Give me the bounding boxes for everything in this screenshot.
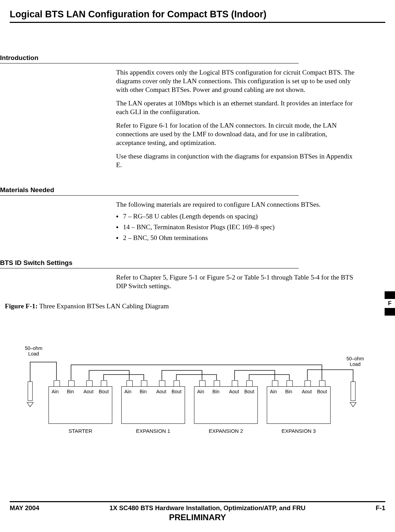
intro-p1: This appendix covers only the Logical BT… xyxy=(116,68,358,94)
materials-underline xyxy=(0,195,299,196)
list-item: •7 – RG–58 U cables (Length depends on s… xyxy=(116,212,358,221)
materials-p1: The following materials are required to … xyxy=(116,200,358,209)
page-title: Logical BTS LAN Configuration for Compac… xyxy=(10,9,385,20)
intro-p4: Use these diagrams in conjunction with t… xyxy=(116,152,358,170)
intro-body: This appendix covers only the Logical BT… xyxy=(116,68,358,170)
dip-underline xyxy=(0,268,299,268)
heading-materials: Materials Needed xyxy=(0,186,385,194)
list-item: •2 – BNC, 50 Ohm terminations xyxy=(116,234,358,242)
heading-introduction: Introduction xyxy=(0,54,385,62)
footer-center: 1X SC480 BTS Hardware Installation, Opti… xyxy=(109,504,306,512)
intro-p3: Refer to Figure 6-1 for location of the … xyxy=(116,121,358,147)
title-rule xyxy=(10,22,385,23)
dip-body: Refer to Chapter 5, Figure 5-1 or Figure… xyxy=(116,273,358,291)
figure-caption-text: Three Expansion BTSes LAN Cabling Diagra… xyxy=(39,302,169,310)
footer-rule xyxy=(10,501,385,502)
side-tab-letter: F xyxy=(385,299,395,308)
figure-caption: Figure F-1: Three Expansion BTSes LAN Ca… xyxy=(5,302,385,310)
list-item-text: 7 – RG–58 U cables (Length depends on sp… xyxy=(123,213,258,220)
materials-list: •7 – RG–58 U cables (Length depends on s… xyxy=(116,212,358,242)
figure-diagram: 50–ohmLoad 50–ohmLoad Ain Bin Aout Bout … xyxy=(14,331,371,449)
intro-underline xyxy=(0,63,299,63)
list-item: •14 – BNC, Terminaton Resistor Plugs (IE… xyxy=(116,223,358,232)
footer-page: F-1 xyxy=(376,504,385,512)
heading-dip: BTS ID Switch Settings xyxy=(0,259,385,267)
side-tab: F xyxy=(385,291,395,316)
cables-svg xyxy=(14,331,381,449)
footer-preliminary: PRELIMINARY xyxy=(10,513,385,522)
intro-p2: The LAN operates at 10Mbps which is an e… xyxy=(116,99,358,117)
list-item-text: 14 – BNC, Terminaton Resistor Plugs (IEC… xyxy=(123,223,275,231)
materials-body: The following materials are required to … xyxy=(116,200,358,243)
page-footer: MAY 2004 1X SC480 BTS Hardware Installat… xyxy=(10,501,385,522)
figure-label: Figure F-1: xyxy=(5,302,37,310)
footer-date: MAY 2004 xyxy=(10,504,39,512)
list-item-text: 2 – BNC, 50 Ohm terminations xyxy=(123,234,208,241)
dip-p1: Refer to Chapter 5, Figure 5-1 or Figure… xyxy=(116,273,358,291)
